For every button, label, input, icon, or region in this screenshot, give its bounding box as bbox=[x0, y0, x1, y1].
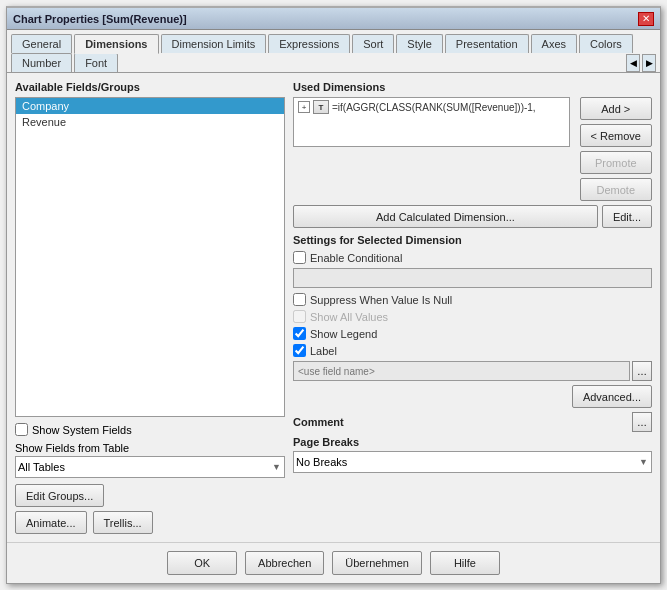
label-checkbox[interactable] bbox=[293, 344, 306, 357]
comment-section: Comment … bbox=[293, 412, 652, 432]
tab-sort[interactable]: Sort bbox=[352, 34, 394, 53]
window-title: Chart Properties [Sum(Revenue)] bbox=[13, 13, 187, 25]
tab-dimensions[interactable]: Dimensions bbox=[74, 34, 158, 54]
edit-dim-button[interactable]: Edit... bbox=[602, 205, 652, 228]
show-legend-label: Show Legend bbox=[310, 328, 377, 340]
tab-bar: General Dimensions Dimension Limits Expr… bbox=[7, 30, 660, 73]
panels-container: Available Fields/Groups Company Revenue … bbox=[15, 81, 652, 534]
table-select[interactable]: All Tables bbox=[15, 456, 285, 478]
label-input[interactable] bbox=[293, 361, 630, 381]
action-buttons: Add > < Remove Promote Demote bbox=[580, 97, 652, 201]
main-content: Available Fields/Groups Company Revenue … bbox=[7, 73, 660, 542]
table-select-wrapper: All Tables ▼ bbox=[15, 456, 285, 478]
tab-general[interactable]: General bbox=[11, 34, 72, 53]
tab-expressions[interactable]: Expressions bbox=[268, 34, 350, 53]
field-item-company[interactable]: Company bbox=[16, 98, 284, 114]
conditional-input-wrapper bbox=[293, 268, 652, 288]
edit-groups-button[interactable]: Edit Groups... bbox=[15, 484, 104, 507]
trellis-button[interactable]: Trellis... bbox=[93, 511, 153, 534]
tab-navigation: ◀ ▶ bbox=[626, 54, 656, 72]
expand-icon[interactable]: + bbox=[298, 101, 310, 113]
add-button[interactable]: Add > bbox=[580, 97, 652, 120]
cancel-button[interactable]: Abbrechen bbox=[245, 551, 324, 575]
enable-conditional-checkbox[interactable] bbox=[293, 251, 306, 264]
available-fields-label: Available Fields/Groups bbox=[15, 81, 285, 93]
tab-colors[interactable]: Colors bbox=[579, 34, 633, 53]
title-bar: Chart Properties [Sum(Revenue)] ✕ bbox=[7, 8, 660, 30]
mid-row: Add Calculated Dimension... Edit... bbox=[293, 205, 652, 228]
tab-number[interactable]: Number bbox=[11, 53, 72, 72]
used-dim-item[interactable]: + T =if(AGGR(CLASS(RANK(SUM([Revenue]))-… bbox=[294, 98, 569, 116]
advanced-button[interactable]: Advanced... bbox=[572, 385, 652, 408]
comment-browse-button[interactable]: … bbox=[632, 412, 652, 432]
label-browse-button[interactable]: … bbox=[632, 361, 652, 381]
show-system-fields-row: Show System Fields bbox=[15, 423, 285, 436]
dim-expression-text: =if(AGGR(CLASS(RANK(SUM([Revenue]))-1, bbox=[332, 102, 536, 113]
label-label: Label bbox=[310, 345, 337, 357]
show-system-fields-label: Show System Fields bbox=[32, 424, 132, 436]
enable-conditional-row: Enable Conditional bbox=[293, 251, 652, 264]
show-legend-checkbox[interactable] bbox=[293, 327, 306, 340]
label-input-row: … bbox=[293, 361, 652, 381]
tab-nav-right[interactable]: ▶ bbox=[642, 54, 656, 72]
footer: OK Abbrechen Übernehmen Hilfe bbox=[7, 542, 660, 583]
help-button[interactable]: Hilfe bbox=[430, 551, 500, 575]
comment-label: Comment bbox=[293, 416, 344, 428]
show-all-values-row: Show All Values bbox=[293, 310, 652, 323]
suppress-null-row: Suppress When Value Is Null bbox=[293, 293, 652, 306]
show-legend-row: Show Legend bbox=[293, 327, 652, 340]
ok-button[interactable]: OK bbox=[167, 551, 237, 575]
dim-type-icon: T bbox=[313, 100, 329, 114]
right-panel: Used Dimensions + T =if(AGGR(CLASS(RANK(… bbox=[293, 81, 652, 534]
promote-button[interactable]: Promote bbox=[580, 151, 652, 174]
used-dim-list-container: + T =if(AGGR(CLASS(RANK(SUM([Revenue]))-… bbox=[293, 97, 570, 201]
tab-presentation[interactable]: Presentation bbox=[445, 34, 529, 53]
tab-nav-left[interactable]: ◀ bbox=[626, 54, 640, 72]
animate-button[interactable]: Animate... bbox=[15, 511, 87, 534]
comment-header: Comment … bbox=[293, 412, 652, 432]
page-breaks-label: Page Breaks bbox=[293, 436, 652, 448]
enable-conditional-label: Enable Conditional bbox=[310, 252, 402, 264]
animate-trellis-buttons: Animate... Trellis... bbox=[15, 511, 285, 534]
tab-style[interactable]: Style bbox=[396, 34, 442, 53]
tab-dimension-limits[interactable]: Dimension Limits bbox=[161, 34, 267, 53]
used-dim-wrapper: + T =if(AGGR(CLASS(RANK(SUM([Revenue]))-… bbox=[293, 97, 652, 201]
page-breaks-section: Page Breaks No Breaks ▼ bbox=[293, 436, 652, 473]
suppress-null-checkbox[interactable] bbox=[293, 293, 306, 306]
suppress-null-label: Suppress When Value Is Null bbox=[310, 294, 452, 306]
advanced-row: Advanced... bbox=[293, 385, 652, 408]
available-fields-list[interactable]: Company Revenue bbox=[15, 97, 285, 417]
bottom-buttons: Edit Groups... bbox=[15, 484, 285, 507]
settings-section: Settings for Selected Dimension Enable C… bbox=[293, 234, 652, 534]
tab-font[interactable]: Font bbox=[74, 53, 118, 72]
used-dim-list[interactable]: + T =if(AGGR(CLASS(RANK(SUM([Revenue]))-… bbox=[293, 97, 570, 147]
show-all-values-checkbox[interactable] bbox=[293, 310, 306, 323]
show-all-values-label: Show All Values bbox=[310, 311, 388, 323]
page-breaks-select-wrapper: No Breaks ▼ bbox=[293, 451, 652, 473]
show-system-fields-checkbox[interactable] bbox=[15, 423, 28, 436]
used-dimensions-label: Used Dimensions bbox=[293, 81, 652, 93]
conditional-input[interactable] bbox=[293, 268, 652, 288]
page-breaks-select[interactable]: No Breaks bbox=[293, 451, 652, 473]
add-calculated-button[interactable]: Add Calculated Dimension... bbox=[293, 205, 598, 228]
label-row: Label bbox=[293, 344, 652, 357]
field-item-revenue[interactable]: Revenue bbox=[16, 114, 284, 130]
settings-title: Settings for Selected Dimension bbox=[293, 234, 652, 246]
chart-properties-window: Chart Properties [Sum(Revenue)] ✕ Genera… bbox=[6, 6, 661, 584]
remove-button[interactable]: < Remove bbox=[580, 124, 652, 147]
apply-button[interactable]: Übernehmen bbox=[332, 551, 422, 575]
close-button[interactable]: ✕ bbox=[638, 12, 654, 26]
tab-axes[interactable]: Axes bbox=[531, 34, 577, 53]
show-fields-from-label: Show Fields from Table bbox=[15, 442, 285, 454]
left-panel: Available Fields/Groups Company Revenue … bbox=[15, 81, 285, 534]
demote-button[interactable]: Demote bbox=[580, 178, 652, 201]
